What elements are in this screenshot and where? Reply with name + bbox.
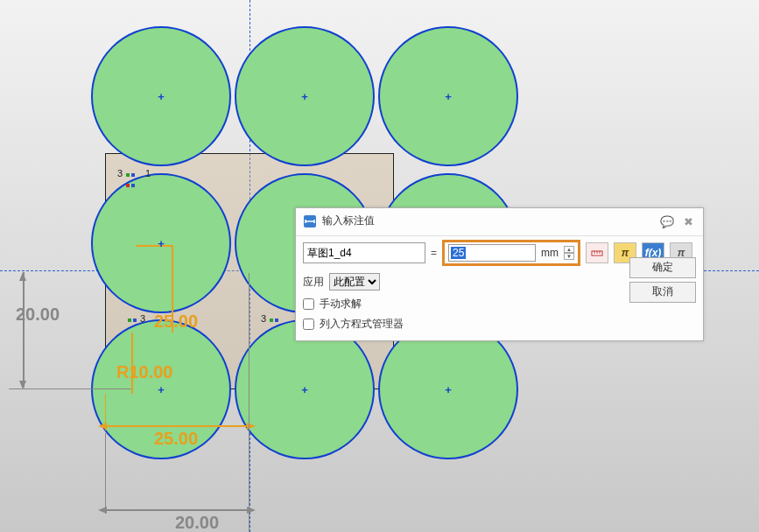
dimension-name-input[interactable] bbox=[303, 242, 425, 263]
ok-button[interactable]: 确定 bbox=[629, 257, 696, 278]
dimension-input-dialog[interactable]: 输入标注值 💬 ✖ = 25 mm ▲ ▼ π f(x) π bbox=[295, 207, 704, 341]
equation-manager-checkbox[interactable] bbox=[303, 318, 314, 330]
spin-up-icon[interactable]: ▲ bbox=[564, 246, 574, 253]
dim-line bbox=[105, 425, 249, 427]
configuration-select[interactable]: 此配置 bbox=[329, 273, 380, 290]
sketch-circle[interactable] bbox=[378, 26, 518, 166]
sketch-circle[interactable] bbox=[91, 173, 231, 313]
dim-arrow bbox=[19, 272, 26, 281]
clear-value-button[interactable] bbox=[586, 242, 608, 263]
value-spinner[interactable]: ▲ ▼ bbox=[564, 246, 574, 260]
dim-extension-line bbox=[249, 273, 249, 532]
dim-extension-line bbox=[9, 388, 131, 389]
constraint-marker: 3 bbox=[127, 313, 145, 324]
close-icon[interactable]: ✖ bbox=[680, 215, 696, 228]
ruler-icon bbox=[591, 247, 603, 259]
dimension-radius[interactable]: R10.00 bbox=[116, 362, 173, 382]
dim-extension-line bbox=[105, 433, 106, 514]
dimension-value[interactable]: 20.00 bbox=[16, 304, 60, 325]
help-icon[interactable]: 💬 bbox=[659, 215, 675, 228]
dim-highlight-line bbox=[136, 245, 173, 247]
dimension-value[interactable]: 20.00 bbox=[175, 513, 219, 532]
constraint-marker: 3 _ bbox=[117, 168, 136, 189]
constraint-marker: 3 bbox=[261, 313, 279, 324]
equation-manager-label: 列入方程式管理器 bbox=[320, 317, 404, 332]
sketch-circle[interactable] bbox=[91, 26, 231, 166]
dimension-icon bbox=[303, 214, 317, 228]
spin-down-icon[interactable]: ▼ bbox=[564, 253, 574, 260]
manual-solve-label: 手动求解 bbox=[320, 297, 362, 312]
dimension-value-input[interactable]: 25 bbox=[448, 244, 536, 262]
dim-extension-line bbox=[105, 394, 106, 430]
constraint-marker: 1 bbox=[145, 168, 151, 178]
dialog-title: 输入标注值 bbox=[322, 214, 375, 228]
dim-extension-line bbox=[23, 272, 25, 388]
equals-label: = bbox=[431, 247, 437, 259]
dimension-value[interactable]: 25.00 bbox=[154, 429, 198, 449]
manual-solve-checkbox[interactable] bbox=[303, 298, 314, 310]
dimension-value-active[interactable]: 25.00 bbox=[154, 312, 198, 332]
dialog-titlebar[interactable]: 输入标注值 💬 ✖ bbox=[296, 208, 703, 236]
dim-line bbox=[105, 509, 249, 511]
cancel-button[interactable]: 取消 bbox=[629, 282, 696, 303]
sketch-circle[interactable] bbox=[235, 26, 375, 166]
apply-label: 应用 bbox=[303, 275, 324, 290]
value-highlight: 25 mm ▲ ▼ bbox=[442, 240, 580, 266]
unit-label: mm bbox=[541, 247, 559, 259]
